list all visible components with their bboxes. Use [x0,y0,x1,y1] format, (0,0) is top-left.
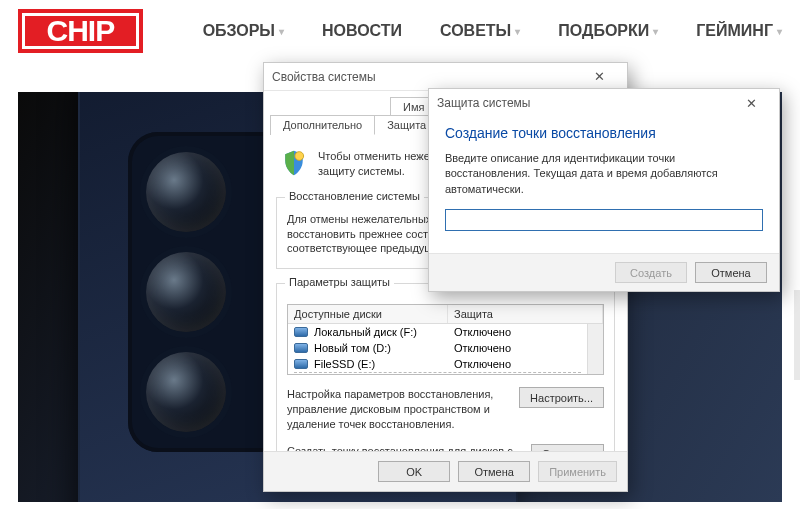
create-dialog-heading: Создание точки восстановления [445,125,763,141]
chevron-down-icon: ▾ [777,26,782,37]
disk-icon [294,343,308,353]
chevron-down-icon: ▾ [653,26,658,37]
chevron-down-icon: ▾ [279,26,284,37]
restore-point-name-input[interactable] [445,209,763,231]
drive-col-status[interactable]: Защита [448,305,603,323]
sidebar-thumb [794,290,800,380]
disk-icon [294,359,308,369]
drive-row[interactable]: Локальный диск (F:) Отключено [288,324,587,340]
site-logo[interactable]: CHIP [18,9,143,53]
drive-list[interactable]: Доступные диски Защита Локальный диск (F… [287,304,604,375]
create-dialog-titlebar[interactable]: Защита системы ✕ [429,89,779,117]
site-nav: ОБЗОРЫ▾ НОВОСТИ СОВЕТЫ▾ ПОДБОРКИ▾ ГЕЙМИН… [203,22,782,40]
nav-tips[interactable]: СОВЕТЫ▾ [440,22,520,40]
drive-row[interactable]: Новый том (D:) Отключено [288,340,587,356]
nav-collections[interactable]: ПОДБОРКИ▾ [558,22,658,40]
ok-button[interactable]: OK [378,461,450,482]
nav-reviews[interactable]: ОБЗОРЫ▾ [203,22,284,40]
close-icon[interactable]: ✕ [579,64,619,90]
create-dialog-title: Защита системы [437,96,530,110]
svg-point-0 [295,152,304,161]
nav-gaming[interactable]: ГЕЙМИНГ▾ [696,22,782,40]
create-restore-point-dialog: Защита системы ✕ Создание точки восстано… [428,88,780,292]
create-button[interactable]: Создать [615,262,687,283]
drive-row[interactable]: FileSSD (E:) Отключено [288,356,587,372]
system-properties-footer: OK Отмена Применить [264,451,627,491]
cancel-button[interactable]: Отмена [695,262,767,283]
system-properties-title: Свойства системы [272,70,376,84]
cancel-button[interactable]: Отмена [458,461,530,482]
site-logo-text: CHIP [46,14,114,48]
tab-advanced[interactable]: Дополнительно [270,115,375,135]
site-header: CHIP ОБЗОРЫ▾ НОВОСТИ СОВЕТЫ▾ ПОДБОРКИ▾ Г… [0,0,800,62]
nav-news[interactable]: НОВОСТИ [322,22,402,40]
apply-button[interactable]: Применить [538,461,617,482]
group-restore-legend: Восстановление системы [285,190,424,202]
create-dialog-text: Введите описание для идентификации точки… [445,151,763,197]
chevron-down-icon: ▾ [515,26,520,37]
create-dialog-footer: Создать Отмена [429,253,779,291]
close-icon[interactable]: ✕ [731,90,771,116]
configure-text: Настройка параметров восстановления, упр… [287,387,509,432]
disk-icon [294,327,308,337]
system-properties-titlebar[interactable]: Свойства системы ✕ [264,63,627,91]
scrollbar[interactable] [587,324,603,374]
group-protection-legend: Параметры защиты [285,276,394,288]
shield-icon [280,149,308,177]
drive-col-name[interactable]: Доступные диски [288,305,448,323]
configure-button[interactable]: Настроить... [519,387,604,408]
